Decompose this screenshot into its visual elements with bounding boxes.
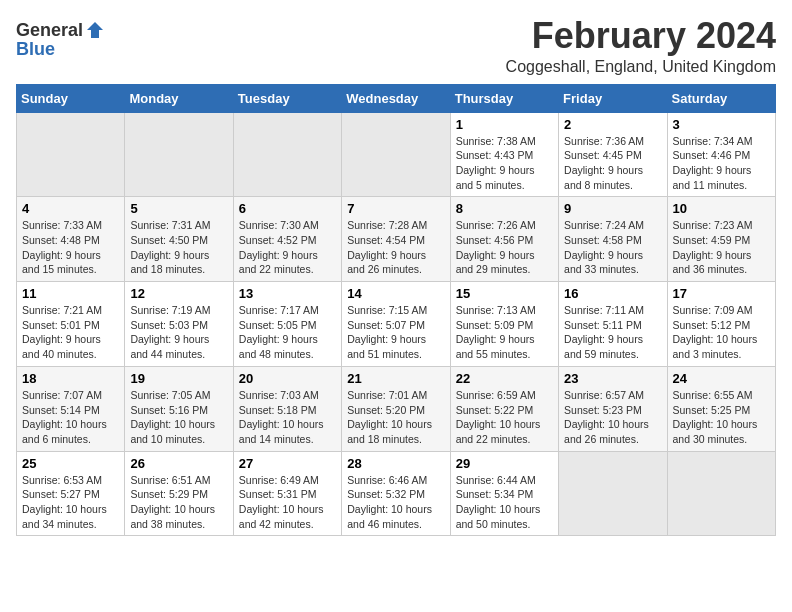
day-info: Sunrise: 7:09 AM Sunset: 5:12 PM Dayligh… xyxy=(673,303,770,362)
day-info: Sunrise: 6:55 AM Sunset: 5:25 PM Dayligh… xyxy=(673,388,770,447)
day-info: Sunrise: 7:30 AM Sunset: 4:52 PM Dayligh… xyxy=(239,218,336,277)
calendar-cell: 10Sunrise: 7:23 AM Sunset: 4:59 PM Dayli… xyxy=(667,197,775,282)
day-number: 17 xyxy=(673,286,770,301)
calendar-cell xyxy=(667,451,775,536)
day-info: Sunrise: 6:53 AM Sunset: 5:27 PM Dayligh… xyxy=(22,473,119,532)
calendar-cell: 12Sunrise: 7:19 AM Sunset: 5:03 PM Dayli… xyxy=(125,282,233,367)
day-number: 2 xyxy=(564,117,661,132)
title-area: February 2024 Coggeshall, England, Unite… xyxy=(506,16,776,76)
calendar-cell: 1Sunrise: 7:38 AM Sunset: 4:43 PM Daylig… xyxy=(450,112,558,197)
logo: General Blue xyxy=(16,20,105,59)
day-number: 12 xyxy=(130,286,227,301)
day-number: 7 xyxy=(347,201,444,216)
day-info: Sunrise: 7:05 AM Sunset: 5:16 PM Dayligh… xyxy=(130,388,227,447)
calendar-cell: 29Sunrise: 6:44 AM Sunset: 5:34 PM Dayli… xyxy=(450,451,558,536)
day-info: Sunrise: 7:01 AM Sunset: 5:20 PM Dayligh… xyxy=(347,388,444,447)
day-info: Sunrise: 7:17 AM Sunset: 5:05 PM Dayligh… xyxy=(239,303,336,362)
logo-icon xyxy=(85,20,105,40)
calendar-cell: 4Sunrise: 7:33 AM Sunset: 4:48 PM Daylig… xyxy=(17,197,125,282)
day-number: 26 xyxy=(130,456,227,471)
calendar-cell xyxy=(342,112,450,197)
calendar-week-row: 4Sunrise: 7:33 AM Sunset: 4:48 PM Daylig… xyxy=(17,197,776,282)
day-number: 16 xyxy=(564,286,661,301)
day-number: 27 xyxy=(239,456,336,471)
day-number: 3 xyxy=(673,117,770,132)
day-number: 4 xyxy=(22,201,119,216)
column-header-wednesday: Wednesday xyxy=(342,84,450,112)
day-info: Sunrise: 7:03 AM Sunset: 5:18 PM Dayligh… xyxy=(239,388,336,447)
column-header-tuesday: Tuesday xyxy=(233,84,341,112)
day-number: 22 xyxy=(456,371,553,386)
day-number: 19 xyxy=(130,371,227,386)
day-number: 23 xyxy=(564,371,661,386)
calendar-cell: 3Sunrise: 7:34 AM Sunset: 4:46 PM Daylig… xyxy=(667,112,775,197)
day-info: Sunrise: 6:49 AM Sunset: 5:31 PM Dayligh… xyxy=(239,473,336,532)
day-number: 6 xyxy=(239,201,336,216)
day-info: Sunrise: 7:21 AM Sunset: 5:01 PM Dayligh… xyxy=(22,303,119,362)
day-number: 25 xyxy=(22,456,119,471)
column-header-thursday: Thursday xyxy=(450,84,558,112)
calendar-cell: 18Sunrise: 7:07 AM Sunset: 5:14 PM Dayli… xyxy=(17,366,125,451)
column-header-friday: Friday xyxy=(559,84,667,112)
day-info: Sunrise: 7:26 AM Sunset: 4:56 PM Dayligh… xyxy=(456,218,553,277)
calendar-cell: 23Sunrise: 6:57 AM Sunset: 5:23 PM Dayli… xyxy=(559,366,667,451)
day-info: Sunrise: 7:15 AM Sunset: 5:07 PM Dayligh… xyxy=(347,303,444,362)
calendar-cell: 8Sunrise: 7:26 AM Sunset: 4:56 PM Daylig… xyxy=(450,197,558,282)
day-number: 13 xyxy=(239,286,336,301)
day-info: Sunrise: 6:46 AM Sunset: 5:32 PM Dayligh… xyxy=(347,473,444,532)
calendar-cell: 7Sunrise: 7:28 AM Sunset: 4:54 PM Daylig… xyxy=(342,197,450,282)
day-number: 10 xyxy=(673,201,770,216)
day-number: 1 xyxy=(456,117,553,132)
calendar-cell xyxy=(125,112,233,197)
day-number: 5 xyxy=(130,201,227,216)
day-number: 15 xyxy=(456,286,553,301)
calendar-cell: 20Sunrise: 7:03 AM Sunset: 5:18 PM Dayli… xyxy=(233,366,341,451)
calendar-cell: 28Sunrise: 6:46 AM Sunset: 5:32 PM Dayli… xyxy=(342,451,450,536)
calendar-week-row: 18Sunrise: 7:07 AM Sunset: 5:14 PM Dayli… xyxy=(17,366,776,451)
calendar-cell: 22Sunrise: 6:59 AM Sunset: 5:22 PM Dayli… xyxy=(450,366,558,451)
day-info: Sunrise: 7:28 AM Sunset: 4:54 PM Dayligh… xyxy=(347,218,444,277)
calendar-cell: 24Sunrise: 6:55 AM Sunset: 5:25 PM Dayli… xyxy=(667,366,775,451)
calendar-cell: 27Sunrise: 6:49 AM Sunset: 5:31 PM Dayli… xyxy=(233,451,341,536)
column-header-saturday: Saturday xyxy=(667,84,775,112)
day-number: 18 xyxy=(22,371,119,386)
day-info: Sunrise: 6:51 AM Sunset: 5:29 PM Dayligh… xyxy=(130,473,227,532)
calendar-cell xyxy=(233,112,341,197)
day-number: 14 xyxy=(347,286,444,301)
day-number: 11 xyxy=(22,286,119,301)
calendar-header-row: SundayMondayTuesdayWednesdayThursdayFrid… xyxy=(17,84,776,112)
day-info: Sunrise: 7:34 AM Sunset: 4:46 PM Dayligh… xyxy=(673,134,770,193)
calendar-cell xyxy=(17,112,125,197)
calendar-cell: 17Sunrise: 7:09 AM Sunset: 5:12 PM Dayli… xyxy=(667,282,775,367)
day-number: 24 xyxy=(673,371,770,386)
day-number: 29 xyxy=(456,456,553,471)
calendar-cell: 5Sunrise: 7:31 AM Sunset: 4:50 PM Daylig… xyxy=(125,197,233,282)
day-info: Sunrise: 7:33 AM Sunset: 4:48 PM Dayligh… xyxy=(22,218,119,277)
day-info: Sunrise: 7:36 AM Sunset: 4:45 PM Dayligh… xyxy=(564,134,661,193)
calendar-cell: 21Sunrise: 7:01 AM Sunset: 5:20 PM Dayli… xyxy=(342,366,450,451)
calendar-cell: 25Sunrise: 6:53 AM Sunset: 5:27 PM Dayli… xyxy=(17,451,125,536)
day-info: Sunrise: 6:59 AM Sunset: 5:22 PM Dayligh… xyxy=(456,388,553,447)
day-info: Sunrise: 7:19 AM Sunset: 5:03 PM Dayligh… xyxy=(130,303,227,362)
calendar-cell: 6Sunrise: 7:30 AM Sunset: 4:52 PM Daylig… xyxy=(233,197,341,282)
day-info: Sunrise: 7:13 AM Sunset: 5:09 PM Dayligh… xyxy=(456,303,553,362)
calendar-cell: 11Sunrise: 7:21 AM Sunset: 5:01 PM Dayli… xyxy=(17,282,125,367)
calendar-cell: 16Sunrise: 7:11 AM Sunset: 5:11 PM Dayli… xyxy=(559,282,667,367)
svg-marker-0 xyxy=(87,22,103,38)
logo-general: General xyxy=(16,21,83,39)
calendar-cell: 9Sunrise: 7:24 AM Sunset: 4:58 PM Daylig… xyxy=(559,197,667,282)
day-info: Sunrise: 7:07 AM Sunset: 5:14 PM Dayligh… xyxy=(22,388,119,447)
calendar-cell xyxy=(559,451,667,536)
day-info: Sunrise: 7:23 AM Sunset: 4:59 PM Dayligh… xyxy=(673,218,770,277)
page-header: General Blue February 2024 Coggeshall, E… xyxy=(16,16,776,76)
day-info: Sunrise: 7:38 AM Sunset: 4:43 PM Dayligh… xyxy=(456,134,553,193)
main-title: February 2024 xyxy=(506,16,776,56)
calendar-cell: 14Sunrise: 7:15 AM Sunset: 5:07 PM Dayli… xyxy=(342,282,450,367)
column-header-monday: Monday xyxy=(125,84,233,112)
calendar-week-row: 1Sunrise: 7:38 AM Sunset: 4:43 PM Daylig… xyxy=(17,112,776,197)
calendar-week-row: 11Sunrise: 7:21 AM Sunset: 5:01 PM Dayli… xyxy=(17,282,776,367)
calendar-cell: 13Sunrise: 7:17 AM Sunset: 5:05 PM Dayli… xyxy=(233,282,341,367)
calendar-cell: 19Sunrise: 7:05 AM Sunset: 5:16 PM Dayli… xyxy=(125,366,233,451)
day-info: Sunrise: 7:11 AM Sunset: 5:11 PM Dayligh… xyxy=(564,303,661,362)
logo-blue: Blue xyxy=(16,39,55,59)
